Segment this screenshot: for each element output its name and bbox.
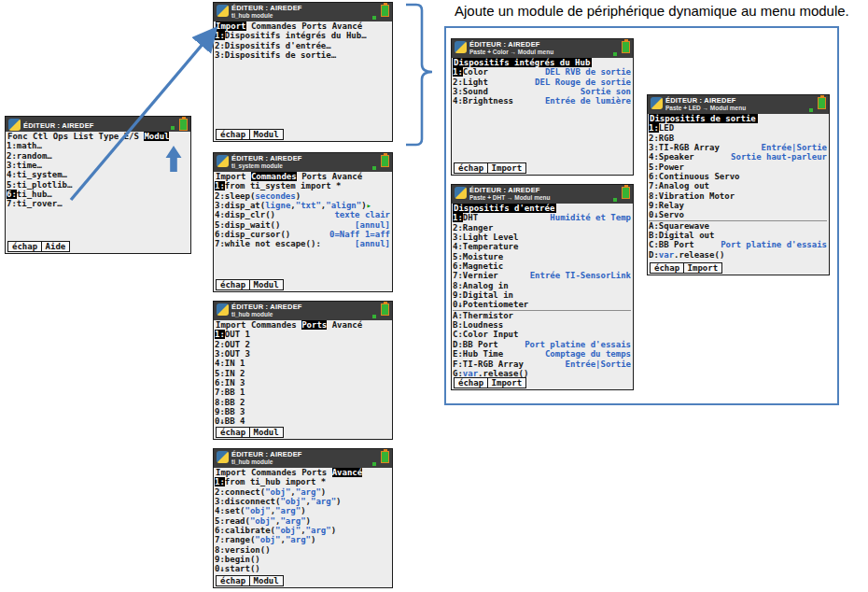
softkey-échap[interactable]: échap — [650, 262, 684, 274]
menu-item-row[interactable]: B:Loudness — [453, 320, 631, 330]
menu-item-row[interactable]: 2:sleep(secondes) — [215, 191, 390, 201]
menu-item-row[interactable]: 5:Moisture — [453, 252, 631, 261]
menu-item-row[interactable]: 7:ti_rover… — [7, 199, 189, 208]
menu-item-row[interactable]: 8:version() — [215, 545, 390, 555]
menu-item-row[interactable]: 1:Dispositifs intégrés du Hub… — [215, 31, 390, 40]
softkey-aide[interactable]: Aide — [41, 241, 71, 252]
menu-item-row[interactable]: 2:Ranger — [453, 223, 631, 233]
menu-item-row[interactable]: A:Thermistor — [453, 310, 631, 320]
menu-tab-ctl[interactable]: Ctl — [33, 132, 48, 141]
menu-item-row[interactable]: D:BB PortPort platine d'essais — [453, 340, 631, 349]
softkey-import[interactable]: Import — [487, 377, 527, 388]
menu-tab-avancé[interactable]: Avancé — [332, 468, 363, 477]
menu-item-row[interactable]: 3:disconnect("obj","arg") — [215, 497, 390, 506]
menu-item-row[interactable]: 3:Light Level — [453, 233, 631, 242]
menu-item-row[interactable]: C:Color Input — [453, 330, 631, 339]
menu-item-row[interactable]: 9:Relay — [649, 201, 827, 210]
menu-item-row[interactable]: 4:Temperature — [453, 242, 631, 251]
softkey-échap[interactable]: échap — [216, 427, 250, 438]
menu-tab-avancé[interactable]: Avancé — [332, 320, 363, 330]
menu-tab-import[interactable]: Import — [216, 468, 246, 477]
menu-item-row[interactable]: 7:while not escape():[annul] — [215, 239, 390, 248]
menu-item-row[interactable]: 9:begin() — [215, 555, 390, 564]
menu-item-row[interactable]: 1:from ti_system import * — [215, 181, 390, 190]
menu-item-row[interactable]: 0↓Potentiometer — [453, 300, 631, 309]
menu-item-row[interactable]: 6:Continuous Servo — [649, 172, 827, 181]
menu-item-row[interactable]: 0↓BB 4 — [215, 416, 390, 426]
menu-item-row[interactable]: 5:Power — [649, 162, 827, 172]
menu-item-row[interactable]: 2:connect("obj","arg") — [215, 487, 390, 497]
menu-item-row[interactable]: 4:SpeakerSortie haut-parleur — [649, 152, 827, 162]
menu-item-row[interactable]: 5:ti_plotlib… — [7, 180, 189, 190]
menu-item-row[interactable]: 6:disp_cursor()0=Naff 1=aff — [215, 230, 390, 239]
menu-item-row[interactable]: 5:read("obj","arg") — [215, 516, 390, 526]
menu-item-row[interactable]: 9:BB 3 — [215, 407, 390, 416]
menu-item-row[interactable]: 3:time… — [7, 161, 189, 170]
menu-item-row[interactable]: 4:ti_system… — [7, 170, 189, 179]
menu-item-row[interactable]: 6:ti_hub… — [7, 190, 189, 199]
menu-tab-type[interactable]: Type — [99, 132, 119, 141]
menu-tab-import[interactable]: Import — [216, 172, 246, 181]
menu-item-row[interactable]: A:Squarewave — [649, 220, 827, 231]
menu-item-row[interactable]: 4:disp_clr()texte clair — [215, 210, 390, 219]
menu-tab-commandes[interactable]: Commandes — [251, 320, 297, 330]
softkey-échap[interactable]: échap — [454, 377, 488, 388]
menu-item-row[interactable]: 1:DHTHumidité et Temp — [453, 213, 631, 222]
menu-item-row[interactable]: 3:Dispositifs de sortie… — [215, 50, 390, 60]
menu-tab-fonc[interactable]: Fonc — [7, 132, 28, 141]
menu-item-row[interactable]: 7:VernierEntrée TI-SensorLink — [453, 271, 631, 280]
menu-item-row[interactable]: 3:TI-RGB ArrayEntrée|Sortie — [649, 143, 827, 152]
menu-item-row[interactable]: 1:ColorDEL RVB de sortie — [453, 67, 631, 77]
menu-tab-ports[interactable]: Ports — [301, 320, 327, 330]
menu-item-row[interactable]: F:TI-RGB ArrayEntrée|Sortie — [453, 359, 631, 369]
menu-item-row[interactable]: 6:calibrate("obj","arg") — [215, 526, 390, 535]
menu-item-row[interactable]: 5:IN 2 — [215, 369, 390, 378]
menu-item-row[interactable]: 5:disp_wait()[annul] — [215, 220, 390, 230]
menu-item-row[interactable]: 8:BB 2 — [215, 398, 390, 407]
menu-tab-commandes[interactable]: Commandes — [251, 21, 297, 31]
menu-item-row[interactable]: 1:OUT 1 — [215, 330, 390, 339]
menu-item-row[interactable]: 7:range("obj","arg") — [215, 535, 390, 544]
menu-item-row[interactable]: 4:set("obj","arg") — [215, 506, 390, 515]
menu-item-row[interactable]: B:Digital out — [649, 231, 827, 240]
menu-item-row[interactable]: E:Hub TimeComptage du temps — [453, 349, 631, 359]
menu-item-row[interactable]: 2:LightDEL Rouge de sortie — [453, 78, 631, 87]
menu-item-row[interactable]: 3:OUT 3 — [215, 349, 390, 359]
menu-tab-commandes[interactable]: Commandes — [251, 172, 297, 181]
menu-item-row[interactable]: 6:Magnetic — [453, 261, 631, 271]
menu-item-row[interactable]: 3:SoundSortie son — [453, 87, 631, 96]
menu-item-row[interactable]: 3:disp_at(ligne,"txt","align")▸ — [215, 201, 390, 210]
softkey-échap[interactable]: échap — [216, 575, 250, 586]
softkey-modul[interactable]: Modul — [249, 575, 284, 586]
menu-item-row[interactable]: 0↓Servo — [649, 210, 827, 219]
menu-item-row[interactable]: 8:Analog in — [453, 281, 631, 290]
softkey-échap[interactable]: échap — [454, 162, 488, 174]
menu-item-row[interactable]: 4:IN 1 — [215, 359, 390, 368]
menu-item-row[interactable]: 0↓start() — [215, 564, 390, 573]
menu-item-row[interactable]: 7:Analog out — [649, 181, 827, 190]
menu-tab-modul[interactable]: Modul — [144, 132, 169, 141]
menu-item-row[interactable]: 2:random… — [7, 151, 189, 161]
softkey-modul[interactable]: Modul — [249, 129, 284, 140]
menu-item-row[interactable]: 9:Digital in — [453, 290, 631, 300]
menu-item-row[interactable]: C:BB PortPort platine d'essais — [649, 240, 827, 249]
menu-tab-import[interactable]: Import — [216, 320, 246, 330]
menu-item-row[interactable]: 2:Dispositifs d'entrée… — [215, 41, 390, 50]
menu-tab-commandes[interactable]: Commandes — [251, 468, 297, 477]
menu-item-row[interactable]: 6:IN 3 — [215, 378, 390, 388]
softkey-modul[interactable]: Modul — [249, 427, 284, 438]
menu-tab-list[interactable]: List — [73, 132, 93, 141]
menu-item-row[interactable]: 4:BrightnessEntrée de lumière — [453, 96, 631, 106]
menu-tab-e-s[interactable]: E/S — [124, 132, 139, 141]
menu-item-row[interactable]: 1:math… — [7, 141, 189, 150]
menu-tab-ports[interactable]: Ports — [301, 172, 327, 181]
menu-item-row[interactable]: 1:from ti_hub import * — [215, 477, 390, 486]
menu-item-row[interactable]: 2:OUT 2 — [215, 340, 390, 349]
softkey-modul[interactable]: Modul — [249, 279, 284, 290]
menu-tab-ops[interactable]: Ops — [53, 132, 68, 141]
softkey-import[interactable]: Import — [487, 162, 527, 174]
menu-item-row[interactable]: D:var.release() — [649, 250, 827, 260]
menu-item-row[interactable]: 7:BB 1 — [215, 388, 390, 397]
softkey-échap[interactable]: échap — [7, 241, 42, 252]
menu-item-row[interactable]: 8:Vibration Motor — [649, 191, 827, 201]
